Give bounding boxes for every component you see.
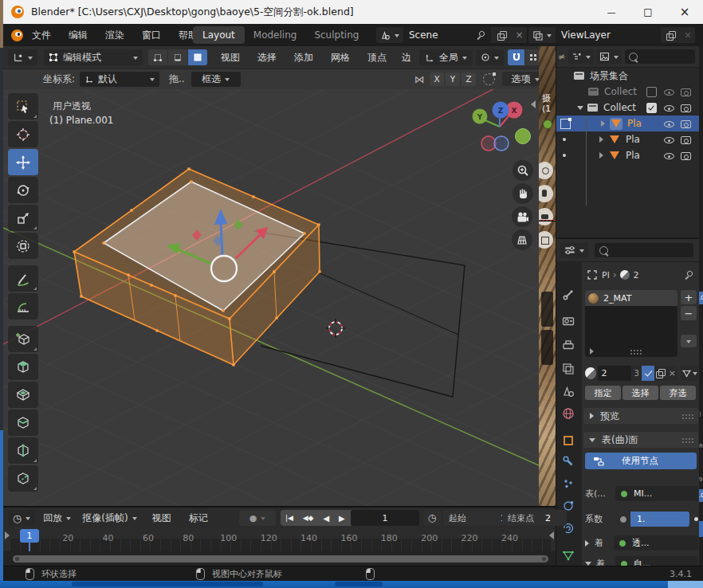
node-specials-dropdown[interactable] xyxy=(681,366,698,381)
material-unlink-button[interactable]: × xyxy=(667,366,678,381)
expand-icon[interactable] xyxy=(599,136,603,143)
mirror-x-button[interactable]: X xyxy=(430,73,444,86)
tab-particles[interactable] xyxy=(562,477,575,490)
scene-unlink-button[interactable]: × xyxy=(512,27,527,43)
material-slot-active[interactable]: 2_MAT xyxy=(585,290,677,306)
maximize-button[interactable]: □ xyxy=(630,0,666,24)
expand-icon[interactable] xyxy=(601,120,605,127)
eye-icon[interactable] xyxy=(663,119,675,129)
viewlayer-remove-button[interactable]: × xyxy=(681,27,695,43)
tool-knife[interactable] xyxy=(8,465,38,492)
eye-icon[interactable] xyxy=(663,135,675,145)
orientation-dropdown[interactable]: 全局 xyxy=(419,49,473,65)
ortho-toggle-button[interactable] xyxy=(512,229,532,250)
camera-visibility-icon[interactable] xyxy=(680,87,692,97)
outliner-row-collection-1[interactable]: Collect xyxy=(556,84,700,100)
factor-value-field[interactable]: 1. xyxy=(630,512,689,527)
pin-icon[interactable] xyxy=(476,30,485,40)
playback-menu[interactable]: 回放 xyxy=(43,512,71,525)
tab-data[interactable] xyxy=(562,549,575,562)
panel-grip[interactable] xyxy=(681,437,693,443)
eye-icon[interactable] xyxy=(663,87,675,97)
material-users-button[interactable]: 3 xyxy=(631,366,642,381)
pan-button[interactable] xyxy=(513,183,533,204)
timeline-editor-dropdown[interactable]: ◷ xyxy=(8,510,35,526)
falloff-icon[interactable] xyxy=(483,73,495,85)
tool-move[interactable] xyxy=(8,149,38,175)
row-expand-icon[interactable] xyxy=(585,540,589,547)
viewport-3d[interactable]: X Z Y 用户透视 (1) Plane.001 xyxy=(3,89,539,506)
menu-render[interactable]: 渲染 xyxy=(96,29,133,42)
slot-add-button[interactable]: + xyxy=(681,290,697,304)
outliner-row-plane-active[interactable]: Pla xyxy=(556,116,700,131)
current-frame-field[interactable]: 1 xyxy=(351,510,419,526)
timeline-view-menu[interactable]: 视图 xyxy=(143,512,180,525)
shader-row-dropdown[interactable]: 透... xyxy=(614,535,698,551)
select-mode-dropdown[interactable]: 框选 xyxy=(191,72,241,87)
breadcrumb-object[interactable]: Pl xyxy=(602,270,610,280)
axis-neg-y-ball[interactable] xyxy=(516,129,531,144)
material-copy-button[interactable] xyxy=(654,366,666,381)
deselect-button[interactable]: 弃选 xyxy=(660,386,696,400)
tab-object[interactable] xyxy=(562,434,575,447)
camera-visibility-icon[interactable] xyxy=(680,119,692,129)
axis-z-ball[interactable]: Z xyxy=(498,107,504,115)
scene-type-dropdown[interactable] xyxy=(376,27,403,43)
menu-window[interactable]: 窗口 xyxy=(133,29,170,42)
slot-specials-button[interactable] xyxy=(681,335,697,347)
panel-grip[interactable] xyxy=(681,414,693,419)
proportional-edit-icon[interactable]: ≠ xyxy=(558,52,565,62)
tool-measure[interactable] xyxy=(8,293,38,319)
expand-right-arrow[interactable] xyxy=(549,531,554,539)
breadcrumb-material[interactable]: 2 xyxy=(634,270,639,280)
tool-annotate[interactable] xyxy=(8,265,38,292)
pin-icon[interactable] xyxy=(684,270,693,280)
timeline-ruler[interactable]: 20406080100120140160180200220240 1 xyxy=(3,528,556,551)
markers-menu[interactable]: 标记 xyxy=(180,512,217,525)
camera-viewport-strip[interactable]: 摄 (1 xyxy=(539,46,556,506)
outliner-row-plane-2[interactable]: Pla xyxy=(556,131,700,147)
scene-new-button[interactable] xyxy=(491,27,512,43)
keying-menu[interactable]: 抠像(插帧) xyxy=(82,512,136,525)
editor-type-dropdown[interactable] xyxy=(8,49,37,65)
collection-checkbox[interactable] xyxy=(646,87,657,97)
tool-loop-cut[interactable] xyxy=(8,437,38,464)
face-select-button[interactable] xyxy=(188,49,207,65)
expand-left-arrow[interactable] xyxy=(5,531,10,539)
camera-visibility-icon[interactable] xyxy=(680,103,692,113)
tool-extrude[interactable] xyxy=(8,354,38,380)
vertex-select-button[interactable] xyxy=(148,49,167,65)
close-button[interactable]: × xyxy=(666,0,703,24)
auto-keying-group[interactable]: ● xyxy=(239,510,276,526)
viewlayer-new-button[interactable] xyxy=(661,27,681,43)
tool-transform[interactable] xyxy=(8,233,38,259)
surface-shader-dropdown[interactable]: MI... xyxy=(615,486,698,501)
material-name-field[interactable]: 2 xyxy=(598,366,632,381)
tool-scale[interactable] xyxy=(8,205,38,231)
transform-pivot-dropdown[interactable]: 默认 xyxy=(80,72,159,87)
eye-icon[interactable] xyxy=(663,151,675,161)
axis-gizmo[interactable]: X Z Y xyxy=(473,102,531,151)
tab-output[interactable] xyxy=(562,339,575,351)
menu-edit[interactable]: 编辑 xyxy=(60,29,96,42)
use-nodes-button[interactable]: 使用节点 xyxy=(585,453,697,469)
slot-expand-icon[interactable] xyxy=(590,348,594,355)
display-mode-dropdown[interactable] xyxy=(568,49,594,64)
mode-dropdown[interactable]: 编辑模式 xyxy=(44,49,143,65)
tab-render[interactable] xyxy=(562,315,575,327)
menu-add[interactable]: 添加 xyxy=(285,51,322,65)
menu-file[interactable]: 文件 xyxy=(23,29,60,42)
tab-world[interactable] xyxy=(562,407,575,420)
tab-modeling[interactable]: Modeling xyxy=(245,29,306,41)
slot-remove-button[interactable]: − xyxy=(681,306,697,320)
viewlayer-type-dropdown[interactable] xyxy=(528,27,556,43)
resize-grip[interactable] xyxy=(630,349,642,355)
tab-layout[interactable]: Layout xyxy=(193,26,245,44)
material-slot-list[interactable]: 2_MAT xyxy=(585,290,677,357)
tab-modifiers[interactable] xyxy=(562,455,575,468)
properties-type-dropdown[interactable] xyxy=(560,243,588,258)
tab-viewlayer[interactable] xyxy=(562,363,575,375)
blender-menu-logo-icon[interactable] xyxy=(11,29,23,41)
surface-panel-header[interactable]: 表(曲)面 xyxy=(583,432,698,448)
outliner-row-scene-collection[interactable]: 场景集合 xyxy=(556,68,700,84)
